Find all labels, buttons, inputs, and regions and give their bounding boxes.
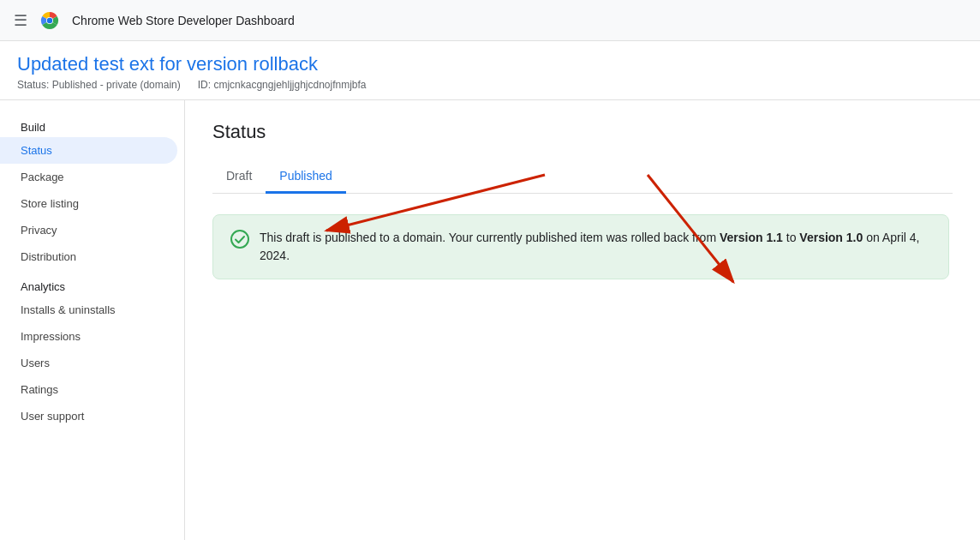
header: Updated test ext for version rollback St… [0,41,980,100]
topbar: ☰ Chrome Web Store Developer Dashboard [0,0,980,41]
sidebar-item-users[interactable]: Users [0,350,177,376]
sidebar-item-user-support[interactable]: User support [0,403,177,429]
content-area: Status Draft Published This draft is pub… [185,100,980,540]
sidebar-item-privacy[interactable]: Privacy [0,217,177,243]
tabs-container: Draft Published [212,160,953,194]
svg-point-2 [47,17,52,22]
svg-point-3 [231,231,248,248]
sidebar-item-ratings[interactable]: Ratings [0,376,177,403]
info-banner: This draft is published to a domain. You… [212,214,949,279]
build-section-header: Build [0,114,184,137]
sidebar-item-distribution[interactable]: Distribution [0,243,177,270]
main-layout: Build Status Package Store listing Priva… [0,100,980,540]
banner-message: This draft is published to a domain. You… [260,229,931,265]
sidebar-item-impressions[interactable]: Impressions [0,323,177,350]
header-meta: Status: Published - private (domain) ID:… [17,79,963,91]
sidebar-item-store-listing[interactable]: Store listing [0,190,177,217]
status-badge: Status: Published - private (domain) [17,79,181,91]
chrome-logo-icon [38,9,62,33]
check-circle-icon [230,230,249,253]
sidebar-item-status[interactable]: Status [0,137,177,164]
tab-draft[interactable]: Draft [212,160,266,194]
topbar-title: Chrome Web Store Developer Dashboard [72,14,295,27]
content-title: Status [212,121,953,143]
sidebar-item-package[interactable]: Package [0,164,177,190]
extension-id: ID: cmjcnkacgngjehljjghjcdnojfnmjbfa [198,79,367,91]
sidebar: Build Status Package Store listing Priva… [0,100,185,540]
menu-icon[interactable]: ☰ [14,11,27,30]
page-title: Updated test ext for version rollback [17,53,963,75]
analytics-section-header: Analytics [0,270,184,297]
sidebar-item-installs-uninstalls[interactable]: Installs & uninstalls [0,297,177,323]
tab-published[interactable]: Published [266,160,346,194]
